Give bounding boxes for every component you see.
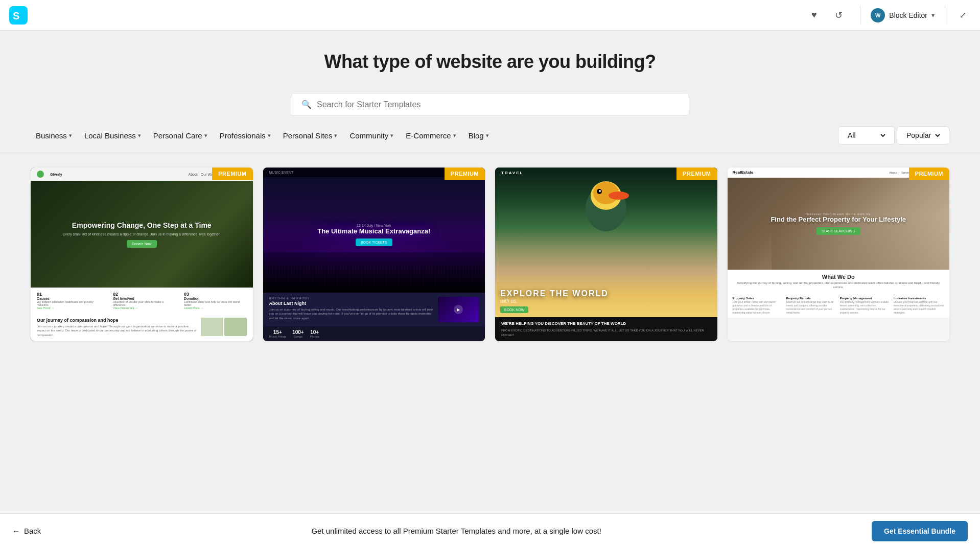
card4-hero-title: Find the Perfect Property for Your Lifes… xyxy=(771,216,906,224)
filter-personal-care[interactable]: Personal Care ▾ xyxy=(148,128,213,143)
card1-about: Our journey of compassion and hope Join … xyxy=(31,314,253,341)
card1-about-images xyxy=(201,318,247,337)
topbar-actions: ♥ ↺ xyxy=(805,6,848,25)
svg-text:S: S xyxy=(13,10,19,21)
card2-cta-button[interactable]: BOOK TICKETS xyxy=(356,239,392,246)
get-essential-bundle-button[interactable]: Get Essential Bundle xyxy=(872,521,968,541)
external-link-button[interactable]: ⤢ xyxy=(953,6,972,25)
card3-bottom: WE'RE HELPING YOU DISCOVER THE BEAUTY OF… xyxy=(495,317,717,341)
filter-community[interactable]: Community ▾ xyxy=(344,128,399,143)
card3-layout: TRAVEL EXPLORE THE WORLD with us. BOOK N… xyxy=(495,168,717,341)
refresh-button[interactable]: ↺ xyxy=(829,6,848,25)
filter-local-business-label: Local Business xyxy=(84,131,136,140)
stat-desc: Volunteer or donate your skills to make … xyxy=(113,300,176,306)
wordpress-icon: W xyxy=(871,8,885,22)
card4-cta-button[interactable]: START SEARCHING xyxy=(816,227,860,235)
topbar: S ♥ ↺ W Block Editor ▾ ⤢ xyxy=(0,0,980,31)
template-preview-3: PREMIUM xyxy=(495,168,717,341)
filter-community-label: Community xyxy=(349,131,388,140)
stat-num: 02 xyxy=(113,292,176,297)
filter-ecommerce[interactable]: E-Commerce ▾ xyxy=(401,128,461,143)
topbar-separator xyxy=(860,6,860,25)
card1-about-title: Our journey of compassion and hope xyxy=(37,318,197,323)
card1-about-content: Our journey of compassion and hope Join … xyxy=(37,318,197,337)
card4-service-3: Property Management Our property managem… xyxy=(840,297,891,315)
stat-num: 10+ xyxy=(310,329,319,335)
card2-section-title: About Last Night xyxy=(269,301,434,306)
search-box: 🔍 xyxy=(291,93,689,116)
card4-layout: RealEstate About Services Propertie Cont… xyxy=(728,168,950,341)
card4-wwd-title: What We Do xyxy=(733,274,945,280)
card1-hero: Empowering Change, One Step at a Time Ev… xyxy=(31,181,253,288)
search-icon: 🔍 xyxy=(301,100,312,109)
filter-professionals-label: Professionals xyxy=(220,131,266,140)
card1-stats: 01 Causes We support education healthcar… xyxy=(31,288,253,314)
stat-label: Get Involved xyxy=(113,297,176,300)
card2-stat-2: 100+ Songs xyxy=(292,329,304,338)
card4-service-4: Lucrative Investments Elevate your finan… xyxy=(894,297,944,315)
template-card-travel[interactable]: PREMIUM xyxy=(495,168,717,341)
template-card-music-event[interactable]: PREMIUM MUSIC EVENT xyxy=(263,168,485,341)
block-editor-selector[interactable]: W Block Editor ▾ xyxy=(865,8,941,22)
search-input[interactable] xyxy=(317,100,679,109)
chevron-down-icon: ▾ xyxy=(931,12,935,19)
all-filter-dropdown[interactable]: All Free Premium xyxy=(846,131,887,140)
template-preview-1: PREMIUM Giverly About Our Work Mission C… xyxy=(31,168,253,341)
card4-services: Property Sales Find your dream home with… xyxy=(728,294,950,318)
card2-section-left: RHYTHM & HARMONY About Last Night Join u… xyxy=(269,297,434,322)
card1-hero-title: Empowering Change, One Step at a Time xyxy=(63,221,221,230)
card3-hero-text: EXPLORE THE WORLD with us. BOOK NOW xyxy=(500,289,712,313)
card3-navbar: TRAVEL xyxy=(495,168,717,178)
card2-stat-1: 15+ Music Artists xyxy=(269,329,287,338)
card4-service-1: Property Sales Find your dream home with… xyxy=(733,297,783,315)
sort-filter-dropdown[interactable]: Popular Newest Oldest xyxy=(904,131,942,140)
filter-personal-sites[interactable]: Personal Sites ▾ xyxy=(278,128,343,143)
card2-hero: 12-14 July / New York The Ultimate Music… xyxy=(263,177,485,293)
card2-section-text: Join us on a journey of buying selling a… xyxy=(269,307,434,320)
bottom-bar: ← Back Get unlimited access to all Premi… xyxy=(0,513,980,548)
card1-stat-2: 02 Get Involved Volunteer or donate your… xyxy=(113,292,176,309)
app-logo[interactable]: S xyxy=(8,5,29,26)
filter-professionals[interactable]: Professionals ▾ xyxy=(215,128,276,143)
premium-badge: PREMIUM xyxy=(445,168,485,180)
stat-label: Causes xyxy=(37,297,105,300)
refresh-icon: ↺ xyxy=(835,10,843,21)
sort-filter-select[interactable]: Popular Newest Oldest xyxy=(897,126,949,145)
card1-logo-text: Giverly xyxy=(50,173,62,176)
filter-personal-care-label: Personal Care xyxy=(153,131,202,140)
filter-business-label: Business xyxy=(36,131,67,140)
stat-link: View Financials → xyxy=(113,306,176,309)
filter-business[interactable]: Business ▾ xyxy=(31,128,77,143)
external-link-icon: ⤢ xyxy=(960,10,966,20)
topbar-separator-2 xyxy=(945,6,945,25)
stat-desc: Contribute today and help us make the wo… xyxy=(184,300,247,306)
card2-nav-label: MUSIC EVENT xyxy=(269,171,294,174)
main-content: What type of website are you building? 🔍… xyxy=(0,31,980,548)
card2-stats: 15+ Music Artists 100+ Songs 10+ Places xyxy=(263,326,485,341)
filter-local-business[interactable]: Local Business ▾ xyxy=(79,128,146,143)
card1-cta-button[interactable]: Donate Now xyxy=(127,240,157,248)
service-text: Discover our rental listings that cater … xyxy=(786,300,837,315)
stat-label: Places xyxy=(310,335,319,338)
template-card-empowering-change[interactable]: PREMIUM Giverly About Our Work Mission C… xyxy=(31,168,253,341)
template-card-real-estate[interactable]: PREMIUM RealEstate About Services Proper… xyxy=(728,168,950,341)
service-text: Our property management services include… xyxy=(840,300,891,315)
card2-video-thumb[interactable]: ▶ xyxy=(438,297,479,322)
card1-about-body: Join us on a journey towards compassion … xyxy=(37,324,197,337)
chevron-down-icon: ▾ xyxy=(390,132,393,139)
card2-hero-content: 12-14 July / New York The Ultimate Music… xyxy=(317,224,430,246)
all-filter-select[interactable]: All Free Premium xyxy=(838,126,895,145)
svg-point-5 xyxy=(609,192,629,200)
favorite-button[interactable]: ♥ xyxy=(805,6,823,25)
back-button[interactable]: ← Back xyxy=(12,527,41,535)
service-text: Find your dream home with our expert gui… xyxy=(733,300,783,315)
filter-personal-sites-label: Personal Sites xyxy=(283,131,333,140)
play-icon: ▶ xyxy=(454,305,463,314)
card3-cta-button[interactable]: BOOK NOW xyxy=(500,306,528,313)
stat-link: Learn More → xyxy=(184,306,247,309)
card3-hero: TRAVEL EXPLORE THE WORLD with us. BOOK N… xyxy=(495,168,717,317)
card1-hero-text: Empowering Change, One Step at a Time Ev… xyxy=(57,215,227,254)
chevron-down-icon: ▾ xyxy=(334,132,337,139)
chevron-down-icon: ▾ xyxy=(486,132,489,139)
filter-blog[interactable]: Blog ▾ xyxy=(463,128,494,143)
